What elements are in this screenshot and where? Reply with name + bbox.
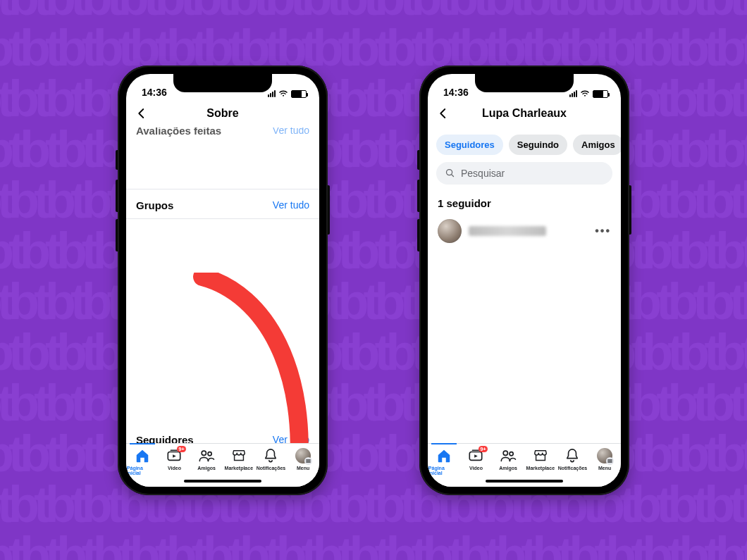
- page-title: Lupa Charleaux: [482, 107, 567, 120]
- section-title-grupos: Grupos: [136, 199, 173, 211]
- svg-point-3: [447, 170, 452, 175]
- tab-seguindo[interactable]: Seguindo: [509, 135, 567, 155]
- bell-icon: [264, 448, 278, 463]
- tab-seguidores[interactable]: Seguidores: [436, 135, 503, 155]
- tab-video[interactable]: 9+ Vídeo: [159, 448, 190, 471]
- tab-home[interactable]: Página inicial: [127, 448, 158, 475]
- home-indicator[interactable]: [184, 480, 261, 483]
- friends-icon: [500, 448, 517, 463]
- tab-friends-label: Amigos: [499, 466, 517, 471]
- wifi-icon: [580, 90, 590, 97]
- search-input[interactable]: Pesquisar: [436, 162, 612, 185]
- status-icons: [569, 90, 608, 98]
- wifi-icon: [278, 90, 288, 97]
- home-indicator[interactable]: [486, 480, 563, 483]
- battery-icon: [593, 90, 608, 98]
- see-all-seguidores[interactable]: Ver tudo: [273, 434, 309, 443]
- tab-marketplace-label: Marketplace: [526, 466, 555, 471]
- svg-point-1: [202, 451, 206, 455]
- video-badge: 9+: [479, 446, 488, 452]
- video-badge: 9+: [177, 446, 187, 452]
- tab-video-label: Vídeo: [168, 466, 181, 471]
- segment-tabs: Seguidores Seguindo Amigos: [428, 127, 621, 162]
- bell-icon: [565, 448, 579, 463]
- tab-home-label: Página inicial: [428, 466, 459, 475]
- section-title-seguidores: Seguidores: [136, 434, 194, 443]
- tab-home[interactable]: Página inicial: [428, 448, 459, 475]
- tab-notifications[interactable]: Notificações: [255, 448, 286, 471]
- see-all-grupos[interactable]: Ver tudo: [273, 199, 309, 211]
- video-icon: 9+: [166, 448, 182, 463]
- follower-row[interactable]: •••: [428, 213, 621, 249]
- section-grupos: Grupos Ver tudo: [126, 189, 319, 218]
- stage: 14:36 Sobre Avaliações feitas: [0, 0, 747, 560]
- tab-friends[interactable]: Amigos: [191, 448, 222, 471]
- about-content[interactable]: Avaliações feitas Ver tudo Grupos Ver tu…: [126, 127, 319, 443]
- marketplace-icon: [533, 448, 548, 463]
- menu-avatar-icon: [295, 448, 311, 463]
- cellular-signal-icon: [268, 90, 276, 97]
- status-icons: [268, 90, 307, 98]
- menu-avatar-icon: [597, 448, 612, 463]
- status-time: 14:36: [142, 87, 167, 98]
- tab-menu[interactable]: Menu: [288, 448, 319, 471]
- tab-notifications[interactable]: Notificações: [557, 448, 588, 471]
- tab-marketplace[interactable]: Marketplace: [525, 448, 556, 471]
- tab-friends-label: Amigos: [197, 466, 216, 471]
- marketplace-icon: [231, 448, 247, 463]
- more-options-button[interactable]: •••: [595, 225, 611, 237]
- battery-icon: [291, 90, 307, 98]
- nav-header: Lupa Charleaux: [428, 99, 621, 127]
- page-title: Sobre: [206, 107, 238, 120]
- notch: [475, 74, 574, 92]
- notch: [173, 74, 272, 92]
- tab-friends[interactable]: Amigos: [493, 448, 524, 471]
- followers-content[interactable]: Seguidores Seguindo Amigos Pesquisar 1 s…: [428, 127, 621, 443]
- search-icon: [445, 168, 455, 178]
- back-button[interactable]: [435, 105, 452, 122]
- tab-marketplace-label: Marketplace: [225, 466, 253, 471]
- tab-video-label: Vídeo: [469, 466, 483, 471]
- tab-menu-label: Menu: [297, 466, 309, 471]
- tab-home-label: Página inicial: [127, 466, 158, 475]
- avatar: [438, 219, 462, 243]
- phone-right-screen: 14:36 Lupa Charleaux Seguidores: [428, 74, 621, 487]
- cellular-signal-icon: [569, 90, 577, 97]
- tab-menu[interactable]: Menu: [589, 448, 620, 471]
- video-icon: 9+: [468, 448, 483, 463]
- nav-header: Sobre: [126, 99, 319, 127]
- tab-marketplace[interactable]: Marketplace: [223, 448, 254, 471]
- tab-notifications-label: Notificações: [257, 466, 286, 471]
- section-seguidores: Seguidores Ver tudo: [126, 424, 319, 443]
- follower-count-label: 1 seguidor: [428, 192, 621, 213]
- tab-video[interactable]: 9+ Vídeo: [460, 448, 491, 471]
- section-avaliacoes: Avaliações feitas Ver tudo: [126, 127, 319, 144]
- home-icon: [436, 448, 452, 463]
- friends-icon: [198, 448, 215, 463]
- tab-amigos[interactable]: Amigos: [573, 135, 621, 155]
- search-placeholder: Pesquisar: [461, 168, 505, 179]
- phone-right: 14:36 Lupa Charleaux Seguidores: [419, 66, 629, 495]
- home-icon: [135, 448, 150, 463]
- tab-menu-label: Menu: [598, 466, 611, 471]
- svg-point-5: [503, 451, 507, 455]
- empty-area: [126, 218, 319, 424]
- tab-notifications-label: Notificações: [558, 466, 588, 471]
- see-all-avaliacoes[interactable]: Ver tudo: [273, 127, 309, 137]
- svg-point-2: [208, 452, 211, 455]
- phone-left-screen: 14:36 Sobre Avaliações feitas: [126, 74, 319, 487]
- follower-name-redacted: [469, 226, 546, 236]
- section-title-avaliacoes: Avaliações feitas: [136, 127, 221, 137]
- back-button[interactable]: [133, 105, 150, 122]
- svg-point-6: [510, 452, 513, 455]
- phone-left: 14:36 Sobre Avaliações feitas: [118, 66, 328, 495]
- status-time: 14:36: [443, 87, 469, 98]
